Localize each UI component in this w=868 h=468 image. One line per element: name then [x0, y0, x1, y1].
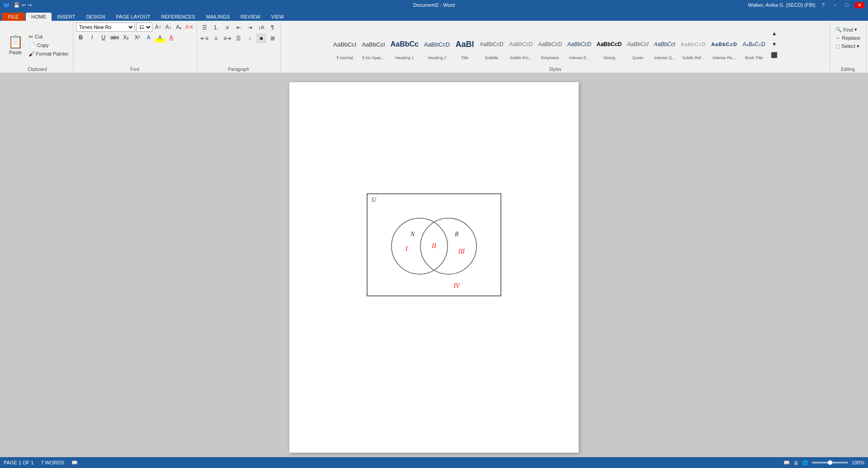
tab-home[interactable]: HOME — [26, 13, 52, 21]
paste-button[interactable]: 📋 Paste — [5, 32, 26, 57]
style-title-label: Title — [461, 56, 469, 61]
style-subtleem[interactable]: AaBbCcD Subtle Em... — [507, 27, 535, 62]
align-center-button[interactable]: ≡ — [211, 33, 221, 43]
style-subtleref[interactable]: AaBbCcD Subtle Ref... — [679, 27, 708, 62]
grow-font-button[interactable]: A↑ — [154, 23, 163, 32]
tab-mailings[interactable]: MAILINGS — [201, 13, 236, 21]
tab-review[interactable]: REVIEW — [235, 13, 265, 21]
select-button[interactable]: ⬚ Select ▾ — [834, 43, 861, 50]
style-normal-preview: AaBbCcI — [333, 33, 356, 56]
font-group-content: Times New Ro 12 A↑ A↓ Aₐ A✕ B I U abc X₂… — [76, 23, 194, 66]
superscript-button[interactable]: X² — [132, 33, 142, 42]
help-button[interactable]: ? — [819, 2, 827, 8]
borders-button[interactable]: ⊞ — [268, 33, 278, 43]
view-web-button[interactable]: 🌐 — [802, 460, 808, 466]
view-read-button[interactable]: 📖 — [783, 460, 790, 466]
align-right-button[interactable]: ≡⇥ — [222, 33, 232, 43]
zoom-slider[interactable] — [812, 462, 848, 463]
decrease-indent-button[interactable]: ⇤ — [234, 23, 244, 33]
style-heading1[interactable]: AaBbCc Heading 1 — [388, 27, 421, 62]
font-color-button[interactable]: A — [166, 33, 176, 42]
font-face-select[interactable]: Times New Ro — [76, 23, 135, 32]
venn-region-iv: IV — [453, 282, 460, 289]
clipboard-right: ✂ Cut 📄 Copy 🖌 Format Painter — [27, 31, 70, 58]
styles-scroll-up[interactable]: ▲ — [769, 28, 779, 38]
select-icon: ⬚ — [835, 43, 840, 49]
style-strong[interactable]: AaBbCcD Strong — [594, 27, 624, 62]
style-booktitle-preview: AaBbCcD — [743, 33, 765, 56]
style-heading1-label: Heading 1 — [395, 56, 414, 61]
styles-scroll-down[interactable]: ▼ — [769, 39, 779, 49]
tab-view[interactable]: VIEW — [266, 13, 289, 21]
sort-button[interactable]: ↕A — [256, 23, 266, 33]
shrink-font-button[interactable]: A↓ — [164, 23, 173, 32]
show-formatting-button[interactable]: ¶ — [268, 23, 278, 33]
style-intenseref[interactable]: AaBbCcD Intense Re... — [709, 27, 740, 62]
document-page[interactable]: U N R I II III IV — [289, 82, 579, 453]
para-row1: ☰ 1. ≡ ⇤ ⇥ ↕A ¶ — [200, 23, 278, 33]
style-intenseq-preview: AaBbCcI — [654, 33, 675, 56]
view-print-button[interactable]: 🖨 — [793, 460, 798, 465]
style-emphasis[interactable]: AaBbCcD Emphasis — [536, 27, 564, 62]
word-icon: W — [4, 2, 9, 9]
style-intenseq[interactable]: AaBbCcI Intense Q... — [651, 27, 677, 62]
align-left-button[interactable]: ⇤≡ — [200, 33, 210, 43]
style-subtitle[interactable]: AaBbCcD Subtitle — [477, 27, 506, 62]
style-heading2[interactable]: AaBbCcD Heading 2 — [422, 27, 452, 62]
style-booktitle[interactable]: AaBbCcD Book Title — [741, 27, 768, 62]
bullets-button[interactable]: ☰ — [200, 23, 210, 33]
tab-file[interactable]: FILE — [2, 13, 25, 21]
style-nospace-preview: AaBbCcI — [362, 33, 385, 56]
shading-button[interactable]: ■ — [256, 33, 266, 43]
clear-format-button[interactable]: A✕ — [185, 23, 194, 32]
clipboard-group: 📋 Paste ✂ Cut 📄 Copy 🖌 Format Painter Cl… — [2, 22, 73, 73]
change-case-button[interactable]: Aₐ — [175, 23, 184, 32]
copy-button[interactable]: 📄 Copy — [27, 42, 70, 49]
venn-r-label: R — [454, 231, 459, 238]
style-title[interactable]: AaBl Title — [453, 27, 476, 62]
style-quote[interactable]: AaBbCcI Quote — [625, 27, 651, 62]
tab-page-layout[interactable]: PAGE LAYOUT — [111, 13, 156, 21]
font-size-select[interactable]: 12 — [136, 23, 152, 32]
style-intenseem[interactable]: AaBbCcD Intense E... — [565, 27, 594, 62]
find-button[interactable]: 🔍 Find ▾ — [834, 26, 858, 33]
select-label: Select ▾ — [841, 43, 859, 49]
italic-button[interactable]: I — [87, 33, 97, 42]
clipboard-group-content: 📋 Paste ✂ Cut 📄 Copy 🖌 Format Painter — [5, 23, 70, 66]
cut-button[interactable]: ✂ Cut — [27, 33, 70, 41]
save-icon[interactable]: 💾 — [14, 2, 20, 8]
increase-indent-button[interactable]: ⇥ — [245, 23, 255, 33]
svg-point-1 — [392, 218, 448, 274]
style-normal[interactable]: AaBbCcI ¶ Normal — [331, 27, 359, 62]
numbering-button[interactable]: 1. — [211, 23, 221, 33]
subscript-button[interactable]: X₂ — [121, 33, 131, 42]
style-intenseref-label: Intense Re... — [712, 56, 736, 61]
styles-more-button[interactable]: ⬛ — [769, 50, 779, 60]
zoom-level: 100% — [852, 460, 864, 465]
editing-group-content: 🔍 Find ▾ ↔ Replace ⬚ Select ▾ — [834, 23, 861, 66]
bold-button[interactable]: B — [76, 33, 86, 42]
strikethrough-button[interactable]: abc — [110, 33, 120, 42]
line-spacing-button[interactable]: ↕ — [245, 33, 255, 43]
tab-insert[interactable]: INSERT — [52, 13, 80, 21]
font-row1: Times New Ro 12 A↑ A↓ Aₐ A✕ — [76, 23, 194, 32]
undo-icon[interactable]: ↩ — [22, 2, 26, 8]
underline-button[interactable]: U — [99, 33, 108, 42]
text-highlight-button[interactable]: A — [155, 33, 165, 42]
format-painter-button[interactable]: 🖌 Format Painter — [27, 50, 70, 58]
multilevel-button[interactable]: ≡ — [222, 23, 232, 33]
style-nospace[interactable]: AaBbCcI ¶ No Spac... — [359, 27, 387, 62]
tab-design[interactable]: DESIGN — [80, 13, 110, 21]
style-quote-preview: AaBbCcI — [627, 33, 648, 56]
replace-button[interactable]: ↔ Replace — [834, 35, 861, 41]
text-effects-button[interactable]: A — [144, 33, 154, 42]
redo-icon[interactable]: ↪ — [28, 2, 32, 8]
justify-button[interactable]: ☰ — [234, 33, 244, 43]
maximize-button[interactable]: □ — [843, 2, 851, 8]
minimize-button[interactable]: − — [831, 2, 839, 8]
tab-references[interactable]: REFERENCES — [156, 13, 201, 21]
style-strong-preview: AaBbCcD — [597, 33, 622, 56]
style-subtleem-label: Subtle Em... — [510, 56, 532, 61]
document-area: U N R I II III IV — [0, 73, 868, 457]
close-button[interactable]: ✕ — [855, 2, 864, 8]
